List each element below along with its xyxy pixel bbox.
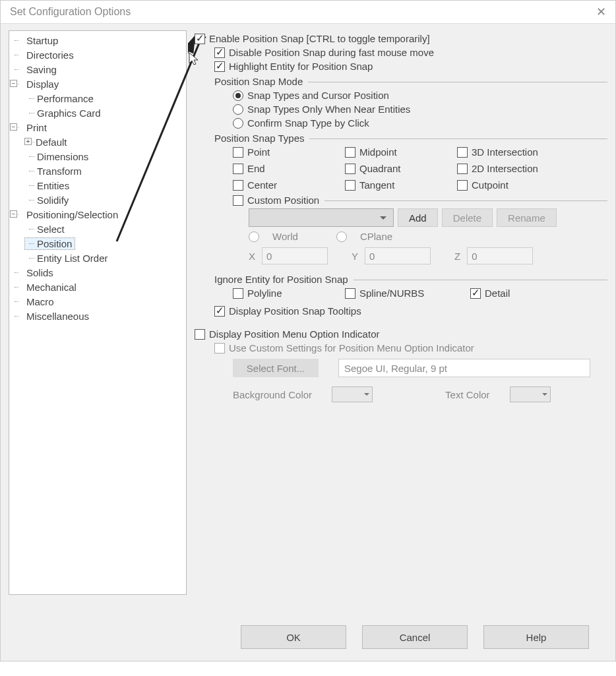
tree-item[interactable]: −DisplayPerformanceGraphics Card bbox=[11, 77, 185, 121]
tree-item[interactable]: Entities bbox=[25, 179, 185, 193]
tree-item[interactable]: Mechanical bbox=[11, 280, 185, 295]
tree-item[interactable]: Saving bbox=[11, 63, 185, 77]
tree-item-label[interactable]: Startup bbox=[15, 35, 58, 46]
tree-item-label[interactable]: Select bbox=[25, 224, 65, 235]
tree-item-label[interactable]: Mechanical bbox=[15, 282, 77, 293]
tree-item-label[interactable]: Graphics Card bbox=[25, 108, 101, 119]
tree-item-label[interactable]: Print bbox=[15, 122, 47, 133]
add-button[interactable]: Add bbox=[398, 208, 438, 227]
tree-item[interactable]: Transform bbox=[25, 164, 185, 179]
tree-item-label[interactable]: Performance bbox=[25, 93, 94, 104]
help-button[interactable]: Help bbox=[483, 625, 589, 649]
divider bbox=[354, 280, 607, 280]
mode-header: Position Snap Mode bbox=[214, 76, 607, 87]
custom-position-checkbox[interactable] bbox=[233, 195, 243, 206]
mode2-radio[interactable] bbox=[233, 104, 243, 115]
collapse-icon[interactable]: − bbox=[10, 80, 17, 87]
mode1-radio[interactable] bbox=[233, 90, 243, 101]
disable-fast-checkbox[interactable] bbox=[214, 47, 225, 58]
tree-item[interactable]: Position bbox=[25, 237, 185, 251]
3d-intersection-label: 3D Intersection bbox=[472, 146, 538, 158]
quadrant-checkbox[interactable] bbox=[345, 164, 355, 174]
2d-intersection-checkbox[interactable] bbox=[457, 164, 468, 174]
text-color-picker bbox=[510, 386, 551, 402]
point-checkbox[interactable] bbox=[233, 147, 243, 158]
types-header-label: Position Snap Types bbox=[214, 133, 304, 144]
ignore-polyline-checkbox[interactable] bbox=[233, 288, 243, 299]
tree-item[interactable]: Entity List Order bbox=[25, 251, 185, 266]
tree-item-label[interactable]: Transform bbox=[25, 166, 82, 177]
ignore-detail-checkbox[interactable] bbox=[470, 288, 481, 299]
text-color-label: Text Color bbox=[445, 389, 490, 400]
category-tree[interactable]: StartupDirectoriesSaving−DisplayPerforma… bbox=[11, 34, 185, 324]
mode1-row: Snap Types and Cursor Position bbox=[233, 90, 607, 101]
end-label: End bbox=[247, 163, 265, 174]
tree-item[interactable]: −Positioning/SelectionSelectPositionEnti… bbox=[11, 208, 185, 266]
y-input: 0 bbox=[365, 247, 431, 264]
end-checkbox[interactable] bbox=[233, 164, 243, 174]
tree-item-label[interactable]: Positioning/Selection bbox=[15, 209, 118, 220]
tree-item-label[interactable]: Entities bbox=[25, 180, 69, 191]
mode3-label: Confirm Snap Type by Click bbox=[247, 117, 369, 129]
tree-item-label[interactable]: Macro bbox=[15, 296, 54, 307]
use-custom-label: Use Custom Settings for Position Menu Op… bbox=[229, 342, 474, 353]
world-radio bbox=[249, 231, 259, 242]
tree-item[interactable]: Miscellaneous bbox=[11, 309, 185, 324]
highlight-checkbox[interactable] bbox=[214, 61, 225, 72]
select-font-button: Select Font... bbox=[233, 359, 319, 377]
expand-icon[interactable]: + bbox=[24, 138, 32, 145]
point-label: Point bbox=[247, 146, 270, 158]
cplane-radio bbox=[336, 231, 347, 242]
tree-item[interactable]: Solids bbox=[11, 266, 185, 280]
midpoint-checkbox[interactable] bbox=[345, 147, 355, 158]
center-checkbox[interactable] bbox=[233, 180, 243, 191]
cancel-button[interactable]: Cancel bbox=[362, 625, 468, 649]
tree-item-label[interactable]: Display bbox=[15, 78, 59, 90]
mode-header-label: Position Snap Mode bbox=[214, 76, 303, 87]
tooltips-label: Display Position Snap Tooltips bbox=[229, 305, 361, 317]
close-icon[interactable]: ✕ bbox=[596, 5, 606, 19]
tangent-checkbox[interactable] bbox=[345, 180, 355, 191]
tree-item-label[interactable]: Entity List Order bbox=[25, 253, 108, 264]
mode1-label: Snap Types and Cursor Position bbox=[247, 90, 389, 101]
tree-item[interactable]: Directories bbox=[11, 48, 185, 63]
tree-item-label[interactable]: Saving bbox=[15, 64, 57, 75]
tree-item[interactable]: Startup bbox=[11, 34, 185, 48]
tree-item-label[interactable]: Miscellaneous bbox=[15, 311, 89, 322]
ignore-header-label: Ignore Entity for Position Snap bbox=[214, 274, 348, 285]
tree-item-label[interactable]: Dimensions bbox=[25, 151, 88, 162]
tree-item[interactable]: Performance bbox=[25, 92, 185, 106]
custom-position-label: Custom Position bbox=[247, 195, 319, 206]
tree-item[interactable]: Dimensions bbox=[25, 150, 185, 164]
delete-button[interactable]: Delete bbox=[442, 208, 493, 227]
3d-intersection-checkbox[interactable] bbox=[457, 147, 468, 158]
cutpoint-checkbox[interactable] bbox=[457, 180, 468, 191]
cutpoint-label: Cutpoint bbox=[472, 179, 508, 191]
tree-item[interactable]: Graphics Card bbox=[25, 106, 185, 121]
config-options-dialog: Set Configuration Options ✕ StartupDirec… bbox=[0, 0, 616, 661]
tree-item[interactable]: −Print+DefaultDimensionsTransformEntitie… bbox=[11, 121, 185, 208]
menu-indicator-checkbox[interactable] bbox=[195, 329, 205, 340]
coord-row: X 0 Y 0 Z 0 bbox=[249, 247, 607, 264]
enable-snap-checkbox[interactable] bbox=[195, 34, 205, 44]
ignore-grid: Polyline Spline/NURBS Detail bbox=[233, 288, 607, 301]
tree-item-label[interactable]: Solids bbox=[15, 267, 53, 278]
ignore-spline-checkbox[interactable] bbox=[345, 288, 355, 299]
tree-item[interactable]: +Default bbox=[25, 135, 185, 150]
annotation-arrow bbox=[188, 30, 214, 248]
tooltips-checkbox[interactable] bbox=[214, 306, 225, 317]
tree-item[interactable]: Solidify bbox=[25, 193, 185, 208]
ok-button[interactable]: OK bbox=[241, 625, 346, 649]
custom-position-header: Custom Position bbox=[233, 195, 607, 206]
rename-button[interactable]: Rename bbox=[497, 208, 557, 227]
collapse-icon[interactable]: − bbox=[10, 210, 17, 218]
tangent-label: Tangent bbox=[359, 179, 394, 191]
mode3-radio[interactable] bbox=[233, 118, 243, 129]
tree-item-label[interactable]: Solidify bbox=[25, 195, 69, 206]
tree-item[interactable]: Select bbox=[25, 222, 185, 237]
custom-position-combo[interactable] bbox=[249, 208, 394, 227]
tree-item-label[interactable]: Directories bbox=[15, 49, 74, 61]
tree-item-label[interactable]: Position bbox=[25, 238, 75, 249]
tree-item[interactable]: Macro bbox=[11, 295, 185, 309]
collapse-icon[interactable]: − bbox=[10, 123, 17, 131]
